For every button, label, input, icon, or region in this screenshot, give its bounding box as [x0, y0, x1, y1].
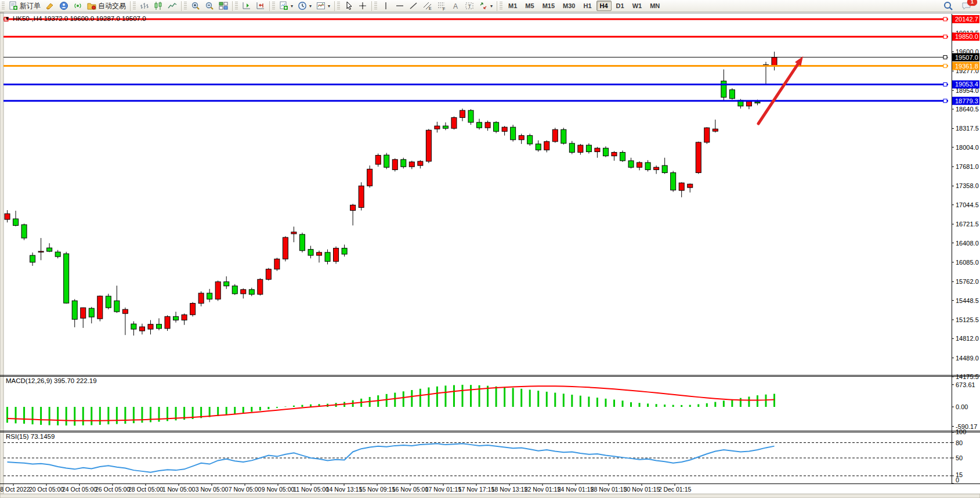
timeframe-button-H1[interactable]: H1 — [580, 1, 595, 11]
signal-button[interactable] — [71, 0, 85, 12]
candle-bullish — [165, 316, 170, 329]
candle-bullish — [367, 169, 373, 186]
toolbar-grip — [2, 2, 5, 10]
crosshair-button[interactable] — [356, 0, 370, 12]
candle-bullish — [552, 129, 558, 142]
timeframe-button-M15[interactable]: M15 — [539, 1, 558, 11]
toolbar-separator — [334, 1, 335, 11]
timeframe-button-MN[interactable]: MN — [646, 1, 663, 11]
candle-bearish — [755, 102, 760, 103]
candle-bearish — [21, 225, 27, 238]
timeframe-button-M30[interactable]: M30 — [559, 1, 578, 11]
zoom-in-button[interactable] — [189, 0, 202, 12]
candle-bullish — [426, 130, 431, 161]
line-chart-button[interactable] — [165, 0, 179, 12]
toolbar-grip — [184, 2, 187, 10]
time-axis-label: 20 Oct 05:00 — [29, 486, 64, 493]
level-line-handle[interactable] — [943, 35, 947, 38]
toolbar-right-icons: 1 — [941, 0, 980, 12]
candle-bullish — [375, 156, 381, 164]
level-line-handle[interactable] — [943, 82, 947, 86]
timeframe-button-W1[interactable]: W1 — [629, 1, 646, 11]
highlighter-button[interactable] — [43, 0, 57, 12]
bar-chart-button[interactable] — [138, 0, 151, 12]
dropdown-caret-icon[interactable]: ▾ — [309, 3, 312, 9]
candle-bullish — [215, 282, 220, 299]
auto-scroll-button[interactable] — [240, 0, 254, 12]
macd-axis-label: 0.00 — [956, 403, 968, 410]
candle-bullish — [595, 148, 600, 151]
price-axis-label: 18640.5 — [956, 106, 979, 113]
zoom-out-icon — [205, 1, 214, 10]
text-icon: A — [451, 1, 460, 10]
dropdown-caret-icon[interactable]: ▾ — [328, 3, 330, 9]
candlestick-chart-button[interactable] — [151, 0, 165, 12]
price-tag-label: 19361.8 — [955, 63, 978, 70]
price-axis-label: 16408.0 — [956, 240, 979, 247]
candle-bearish — [89, 308, 94, 317]
period-button[interactable]: ▾ — [295, 0, 314, 12]
macd-label: MACD(12,26,9) 395.70 222.19 — [6, 377, 97, 384]
fibonacci-button[interactable]: F — [435, 0, 449, 12]
svg-text:E: E — [429, 6, 432, 10]
candle-bearish — [325, 252, 330, 261]
tile-windows-icon — [219, 1, 228, 10]
candle-bearish — [561, 129, 566, 143]
crosshair-icon — [358, 1, 367, 10]
templates-button[interactable]: ▾ — [314, 0, 332, 12]
level-line-handle[interactable] — [943, 17, 947, 21]
dropdown-caret-icon[interactable]: ▾ — [490, 3, 493, 9]
time-axis-label: 14 Nov 13:15 — [326, 486, 363, 493]
toolbar-grip — [235, 2, 238, 10]
equidistant-channel-button[interactable]: E — [421, 0, 435, 12]
zoom-out-button[interactable] — [202, 0, 216, 12]
tile-windows-button[interactable] — [216, 0, 230, 12]
horizontal-line-button[interactable] — [393, 0, 407, 12]
price-tag-label: 19850.0 — [955, 33, 978, 40]
chart-shift-icon — [256, 1, 265, 10]
arrows-button[interactable]: ▾ — [476, 0, 495, 12]
level-line-handle[interactable] — [943, 56, 947, 59]
rsi-label: RSI(15) 73.1459 — [6, 433, 55, 440]
chart-shift-button[interactable] — [254, 0, 267, 12]
chat-button[interactable]: 1 — [959, 0, 974, 12]
text-label-icon: T — [465, 1, 474, 10]
candle-bullish — [148, 324, 153, 329]
candle-bearish — [156, 324, 161, 329]
time-axis-label: 17 Nov 17:15 — [458, 486, 495, 493]
cursor-button[interactable] — [342, 0, 356, 12]
new-order-button[interactable]: 新订单 — [6, 0, 43, 12]
timeframe-button-M5[interactable]: M5 — [522, 1, 537, 11]
candle-bullish — [696, 142, 701, 172]
timeframe-button-D1[interactable]: D1 — [613, 1, 628, 11]
candle-bearish — [232, 286, 237, 294]
dropdown-caret-icon[interactable]: ▾ — [291, 3, 293, 9]
toolbar-separator — [269, 1, 270, 11]
level-line-handle[interactable] — [943, 99, 947, 103]
candle-bullish — [350, 205, 356, 210]
vertical-line-button[interactable] — [379, 0, 393, 12]
auto-trading-button[interactable]: 自动交易 — [85, 0, 128, 12]
rsi-axis-label: 80 — [956, 439, 963, 446]
trendline-button[interactable] — [407, 0, 421, 12]
time-axis-label: 16 Nov 05:00 — [392, 486, 429, 493]
toolbar-separator — [130, 1, 131, 11]
level-line-handle[interactable] — [943, 64, 947, 68]
candle-bearish — [47, 248, 52, 251]
new-chart-button[interactable]: ▾ — [277, 0, 295, 12]
candlestick-chart-icon — [154, 1, 163, 10]
time-axis-label: 28 Nov 01:15 — [591, 486, 627, 493]
search-button[interactable] — [941, 0, 956, 12]
text-button[interactable]: A — [449, 0, 462, 12]
chart-collapse-icon[interactable]: ▼ — [5, 16, 10, 21]
candle-bullish — [274, 259, 280, 269]
profile-button[interactable] — [57, 0, 71, 12]
text-label-button[interactable]: T — [462, 0, 476, 12]
candle-bearish — [64, 254, 69, 303]
time-axis-label: 17 Nov 01:15 — [425, 486, 462, 493]
candle-bullish — [637, 163, 642, 167]
zoom-in-icon — [191, 1, 200, 10]
timeframe-button-M1[interactable]: M1 — [505, 1, 520, 11]
price-axis-label: 15762.0 — [956, 278, 979, 285]
timeframe-button-H4[interactable]: H4 — [596, 1, 612, 11]
